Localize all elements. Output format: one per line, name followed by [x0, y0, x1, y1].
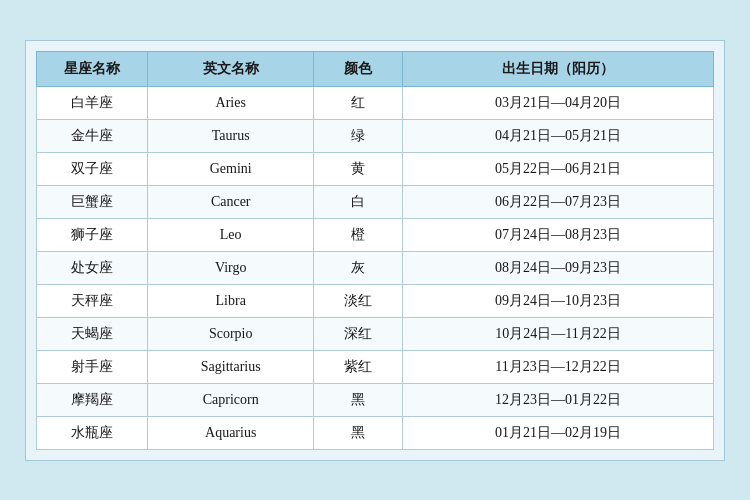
cell-chinese: 狮子座	[37, 218, 148, 251]
cell-english: Sagittarius	[147, 350, 313, 383]
cell-english: Taurus	[147, 119, 313, 152]
table-row: 天蝎座Scorpio深红10月24日—11月22日	[37, 317, 714, 350]
table-row: 狮子座Leo橙07月24日—08月23日	[37, 218, 714, 251]
cell-date: 10月24日—11月22日	[403, 317, 714, 350]
cell-date: 04月21日—05月21日	[403, 119, 714, 152]
cell-color: 灰	[314, 251, 403, 284]
cell-color: 黑	[314, 383, 403, 416]
cell-date: 11月23日—12月22日	[403, 350, 714, 383]
header-color: 颜色	[314, 51, 403, 86]
table-row: 双子座Gemini黄05月22日—06月21日	[37, 152, 714, 185]
cell-chinese: 天蝎座	[37, 317, 148, 350]
cell-english: Aquarius	[147, 416, 313, 449]
cell-chinese: 双子座	[37, 152, 148, 185]
cell-date: 09月24日—10月23日	[403, 284, 714, 317]
cell-english: Gemini	[147, 152, 313, 185]
table-row: 巨蟹座Cancer白06月22日—07月23日	[37, 185, 714, 218]
cell-date: 01月21日—02月19日	[403, 416, 714, 449]
cell-date: 05月22日—06月21日	[403, 152, 714, 185]
cell-chinese: 巨蟹座	[37, 185, 148, 218]
cell-chinese: 水瓶座	[37, 416, 148, 449]
table-row: 水瓶座Aquarius黑01月21日—02月19日	[37, 416, 714, 449]
cell-chinese: 白羊座	[37, 86, 148, 119]
cell-chinese: 金牛座	[37, 119, 148, 152]
header-date: 出生日期（阳历）	[403, 51, 714, 86]
cell-english: Libra	[147, 284, 313, 317]
cell-chinese: 射手座	[37, 350, 148, 383]
table-row: 射手座Sagittarius紫红11月23日—12月22日	[37, 350, 714, 383]
cell-date: 08月24日—09月23日	[403, 251, 714, 284]
cell-color: 红	[314, 86, 403, 119]
table-row: 摩羯座Capricorn黑12月23日—01月22日	[37, 383, 714, 416]
cell-date: 06月22日—07月23日	[403, 185, 714, 218]
cell-english: Leo	[147, 218, 313, 251]
cell-chinese: 处女座	[37, 251, 148, 284]
cell-color: 紫红	[314, 350, 403, 383]
cell-date: 12月23日—01月22日	[403, 383, 714, 416]
cell-chinese: 摩羯座	[37, 383, 148, 416]
table-row: 处女座Virgo灰08月24日—09月23日	[37, 251, 714, 284]
table-row: 金牛座Taurus绿04月21日—05月21日	[37, 119, 714, 152]
cell-date: 07月24日—08月23日	[403, 218, 714, 251]
cell-color: 淡红	[314, 284, 403, 317]
cell-color: 黑	[314, 416, 403, 449]
cell-color: 白	[314, 185, 403, 218]
cell-date: 03月21日—04月20日	[403, 86, 714, 119]
cell-chinese: 天秤座	[37, 284, 148, 317]
cell-english: Virgo	[147, 251, 313, 284]
zodiac-table-container: 星座名称 英文名称 颜色 出生日期（阳历） 白羊座Aries红03月21日—04…	[25, 40, 725, 461]
header-english: 英文名称	[147, 51, 313, 86]
cell-english: Capricorn	[147, 383, 313, 416]
header-chinese: 星座名称	[37, 51, 148, 86]
cell-english: Scorpio	[147, 317, 313, 350]
table-row: 天秤座Libra淡红09月24日—10月23日	[37, 284, 714, 317]
table-row: 白羊座Aries红03月21日—04月20日	[37, 86, 714, 119]
table-header-row: 星座名称 英文名称 颜色 出生日期（阳历）	[37, 51, 714, 86]
zodiac-table: 星座名称 英文名称 颜色 出生日期（阳历） 白羊座Aries红03月21日—04…	[36, 51, 714, 450]
cell-color: 深红	[314, 317, 403, 350]
cell-color: 绿	[314, 119, 403, 152]
cell-english: Aries	[147, 86, 313, 119]
cell-color: 黄	[314, 152, 403, 185]
cell-color: 橙	[314, 218, 403, 251]
cell-english: Cancer	[147, 185, 313, 218]
